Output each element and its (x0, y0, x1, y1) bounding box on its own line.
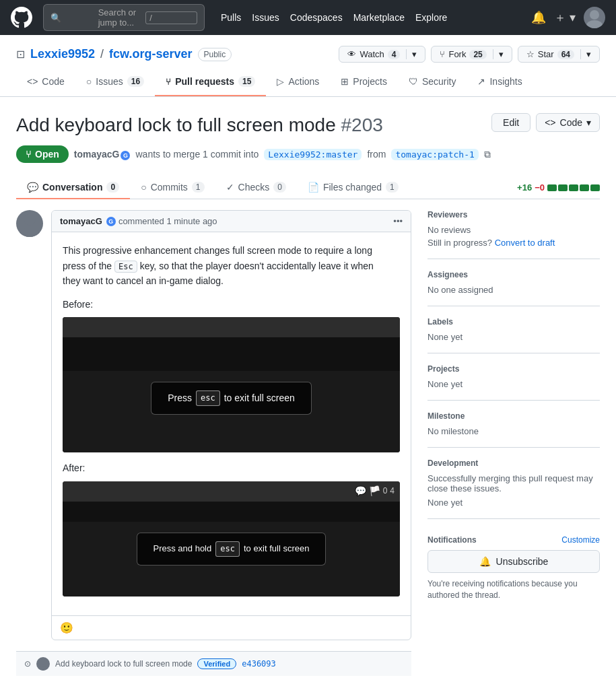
repo-owner-link[interactable]: Lexxie9952 (30, 47, 95, 61)
top-navigation: 🔍 Search or jump to... / Pulls Issues Co… (0, 0, 616, 35)
create-new-button[interactable]: ＋ ▾ (554, 9, 576, 26)
pr-merge-text: wants to merge 1 commit into (135, 149, 259, 160)
screen-bottom (63, 425, 400, 452)
milestone-value: No milestone (427, 426, 600, 436)
tab-insights[interactable]: ↗ Insights (467, 71, 533, 96)
watch-dropdown-arrow[interactable]: ▾ (406, 49, 417, 59)
code-bracket-icon: <> (545, 117, 555, 128)
fork-dropdown-arrow[interactable]: ▾ (493, 49, 504, 59)
code-button[interactable]: <> Code ▾ (536, 113, 600, 132)
before-screen-demo: Press esc to exit full screen (63, 317, 400, 452)
svg-point-2 (24, 213, 36, 226)
user-avatar[interactable] (584, 7, 605, 28)
tab-code[interactable]: <> Code (16, 71, 75, 96)
diff-stat: +16 −0 (517, 182, 600, 193)
star-button[interactable]: ☆ Star 64 ▾ (518, 46, 600, 63)
development-value: None yet (427, 498, 600, 508)
pr-tab-commits[interactable]: ○ Commits 1 (130, 176, 215, 199)
development-text: Successfully merging this pull request m… (427, 473, 600, 493)
after-screen-demo: 💬 🏳️ 0 4 Press and hold esc to exit full… (63, 481, 400, 596)
fork-button[interactable]: ⑂ Fork 25 ▾ (431, 46, 512, 63)
search-icon: 🔍 (50, 13, 94, 23)
head-branch-link[interactable]: tomayac:patch-1 (391, 149, 478, 160)
pr-author: tomayacGG (74, 149, 131, 160)
pr-from-text: from (367, 149, 386, 160)
github-logo[interactable] (11, 7, 32, 28)
add-reaction-button[interactable]: 🙂 (60, 621, 73, 634)
repo-tabs: <> Code ○ Issues 16 ⑂ Pull requests 15 ▷… (16, 71, 600, 96)
diff-bar-3 (569, 184, 578, 191)
tab-pull-requests[interactable]: ⑂ Pull requests 15 (155, 71, 266, 96)
sidebar-notifications: Notifications Customize 🔔 Unsubscribe Yo… (427, 530, 600, 601)
svg-point-5 (38, 666, 48, 671)
unsubscribe-button[interactable]: 🔔 Unsubscribe (427, 550, 600, 573)
pr-tab-checks[interactable]: ✓ Checks 0 (215, 176, 297, 199)
base-branch-link[interactable]: Lexxie9952:master (264, 149, 362, 160)
star-icon: ☆ (526, 49, 535, 59)
comment-timestamp: commented 1 minute ago (118, 216, 217, 226)
eye-icon: 👁 (347, 49, 356, 59)
comment-author: tomayacG (60, 216, 102, 226)
tab-issues[interactable]: ○ Issues 16 (75, 71, 155, 96)
pr-title-actions: Edit <> Code ▾ (491, 113, 600, 132)
before-section: Before: Press esc to exit full screen (63, 297, 400, 453)
pr-tab-files-changed[interactable]: 📄 Files changed 1 (297, 176, 409, 199)
nav-explore[interactable]: Explore (415, 12, 447, 23)
issues-icon: ○ (86, 76, 92, 87)
convert-to-draft-link[interactable]: Convert to draft (495, 238, 555, 248)
repo-name-link[interactable]: fcw.org-server (109, 47, 192, 61)
pr-open-icon: ⑂ (26, 149, 31, 160)
copy-branch-icon[interactable]: ⧉ (484, 149, 491, 160)
pr-title: Add keyboard lock to full screen mode #2… (16, 113, 383, 137)
edit-button[interactable]: Edit (491, 113, 531, 132)
star-dropdown-arrow[interactable]: ▾ (580, 49, 591, 59)
notifications-label: Notifications (427, 535, 477, 545)
comment-header-left: tomayacG G commented 1 minute ago (60, 216, 217, 226)
comment-header: tomayacG G commented 1 minute ago ••• (52, 211, 411, 232)
top-nav-links: Pulls Issues Codespaces Marketplace Expl… (221, 12, 447, 23)
pr-status-badge: ⑂ Open (16, 145, 69, 163)
pr-status-row: ⑂ Open tomayacGG wants to merge 1 commit… (16, 145, 600, 163)
before-message-box: Press esc to exit full screen (151, 382, 312, 415)
pr-tab-conversation[interactable]: 💬 Conversation 0 (16, 176, 130, 199)
customize-notifications-link[interactable]: Customize (561, 535, 600, 545)
diff-bar-4 (580, 184, 589, 191)
search-bar[interactable]: 🔍 Search or jump to... / (43, 4, 205, 31)
commit-dot-icon: ⊙ (24, 659, 31, 669)
flag-emoji: 🏳️ (369, 483, 380, 498)
watch-button[interactable]: 👁 Watch 4 ▾ (339, 46, 425, 63)
notifications-bell[interactable]: 🔔 (531, 10, 546, 25)
svg-point-1 (586, 20, 603, 28)
tab-security[interactable]: 🛡 Security (398, 71, 467, 96)
pr-title-row: Add keyboard lock to full screen mode #2… (16, 113, 600, 137)
bell-icon: 🔔 (479, 556, 491, 567)
author-google-badge: G (106, 217, 116, 226)
security-icon: 🛡 (409, 76, 418, 87)
reaction-row: 🙂 (52, 615, 411, 640)
esc-key-inline: Esc (114, 261, 137, 273)
sidebar-projects: Projects None yet (427, 364, 600, 401)
development-label: Development (427, 458, 600, 468)
commit-sha-link[interactable]: e436093 (242, 659, 276, 669)
fork-icon: ⑂ (440, 49, 445, 59)
nav-codespaces[interactable]: Codespaces (290, 12, 343, 23)
tab-actions[interactable]: ▷ Actions (266, 71, 330, 96)
pr-tabs: 💬 Conversation 0 ○ Commits 1 ✓ Checks 0 … (16, 176, 600, 199)
comment-body: This progressive enhancement changes ful… (52, 232, 411, 615)
nav-marketplace[interactable]: Marketplace (353, 12, 405, 23)
tab-projects[interactable]: ⊞ Projects (330, 71, 398, 96)
comment-box: tomayacG G commented 1 minute ago ••• Th… (51, 210, 411, 640)
code-dropdown-arrow[interactable]: ▾ (586, 117, 591, 128)
diff-bar-5 (590, 184, 600, 191)
projects-icon: ⊞ (341, 76, 349, 87)
before-esc-key: esc (196, 390, 220, 406)
pr-sidebar: Reviewers No reviews Still in progress? … (427, 210, 600, 675)
repo-header: ⊡ Lexxie9952 / fcw.org-server Public 👁 W… (0, 35, 616, 97)
nav-pulls[interactable]: Pulls (221, 12, 241, 23)
svg-point-3 (19, 228, 40, 237)
nav-issues[interactable]: Issues (252, 12, 279, 23)
google-badge: G (121, 151, 130, 160)
labels-label: Labels (427, 317, 600, 327)
comment-more-button[interactable]: ••• (393, 216, 403, 226)
pr-left-panel: tomayacG G commented 1 minute ago ••• Th… (16, 210, 411, 675)
